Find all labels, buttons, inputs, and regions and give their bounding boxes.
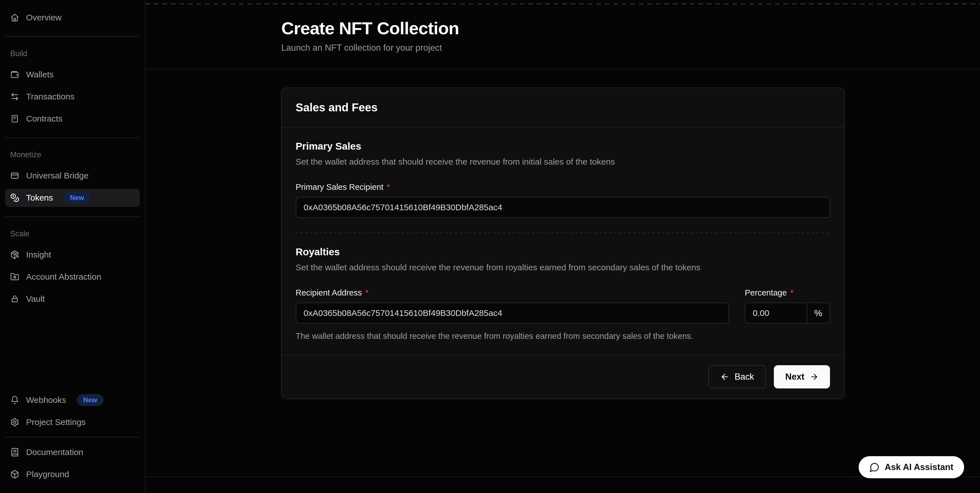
sidebar-divider [5, 216, 140, 217]
sidebar-item-tokens[interactable]: Tokens New [5, 189, 140, 207]
sidebar-item-universal-bridge[interactable]: Universal Bridge [5, 166, 140, 185]
required-asterisk: * [365, 288, 368, 298]
sidebar-item-project-settings[interactable]: Project Settings [5, 413, 140, 431]
royalties-heading: Royalties [296, 246, 830, 258]
page-subtitle: Launch an NFT collection for your projec… [281, 43, 980, 53]
sidebar-item-label: Transactions [26, 92, 75, 101]
percentage-input[interactable] [746, 303, 807, 323]
back-button[interactable]: Back [708, 365, 766, 388]
chat-bubble-icon [869, 462, 880, 472]
sidebar-item-label: Account Abstraction [26, 272, 101, 282]
required-asterisk: * [387, 182, 390, 192]
sidebar-item-label: Insight [26, 250, 51, 260]
lock-icon [10, 294, 19, 303]
royalties-section: Royalties Set the wallet address should … [282, 233, 844, 341]
percent-suffix: % [807, 303, 829, 323]
contract-icon [10, 114, 19, 123]
sidebar-section-scale: Scale [5, 230, 140, 238]
primary-sales-recipient-label: Primary Sales Recipient * [296, 182, 830, 192]
page-header: Create NFT Collection Launch an NFT coll… [145, 0, 980, 53]
sidebar-item-label: Project Settings [26, 417, 86, 427]
percentage-input-group: % [745, 303, 830, 323]
sidebar-item-wallets[interactable]: Wallets [5, 65, 140, 84]
sidebar-divider [5, 138, 140, 138]
primary-sales-recipient-input[interactable] [296, 197, 830, 218]
main-content: Create NFT Collection Launch an NFT coll… [145, 0, 980, 493]
royalties-description: Set the wallet address should receive th… [296, 263, 830, 272]
wallet-icon [10, 70, 19, 79]
sidebar-divider [5, 36, 140, 37]
arrow-right-icon [810, 372, 819, 381]
sidebar-item-insight[interactable]: Insight [5, 246, 140, 264]
next-button[interactable]: Next [774, 365, 830, 388]
sidebar-divider [5, 437, 140, 438]
card-footer: Back Next [282, 355, 844, 399]
sidebar-item-playground[interactable]: Playground [5, 465, 140, 483]
sidebar-item-label: Tokens [26, 193, 53, 203]
transactions-icon [10, 92, 19, 101]
page-title: Create NFT Collection [281, 18, 980, 38]
royalties-fields-row: Recipient Address * Percentage * % [296, 272, 830, 323]
sidebar-item-vault[interactable]: Vault [5, 290, 140, 308]
sidebar-item-documentation[interactable]: Documentation [5, 443, 140, 461]
sidebar-item-webhooks[interactable]: Webhooks New [5, 391, 140, 409]
sidebar-item-label: Documentation [26, 447, 83, 457]
sidebar-item-label: Playground [26, 469, 69, 479]
bridge-card-icon [10, 171, 19, 180]
folder-shield-icon [10, 272, 19, 281]
sidebar: Overview Build Wallets Transactions Cont… [0, 0, 145, 493]
percentage-label: Percentage * [745, 288, 830, 298]
sidebar-bottom-group: Webhooks New Project Settings Documentat… [5, 391, 140, 487]
sidebar-item-transactions[interactable]: Transactions [5, 87, 140, 106]
arrow-left-icon [720, 372, 729, 381]
top-dashed-border [145, 3, 980, 4]
primary-sales-heading: Primary Sales [296, 141, 830, 152]
sidebar-item-label: Contracts [26, 114, 62, 124]
cube-icon [10, 470, 19, 479]
home-icon [10, 13, 19, 22]
sales-and-fees-card: Sales and Fees Primary Sales Set the wal… [281, 87, 845, 399]
sidebar-item-label: Webhooks [26, 395, 66, 405]
required-asterisk: * [790, 288, 794, 298]
royalties-helper-text: The wallet address that should receive t… [296, 331, 830, 341]
recipient-address-input[interactable] [296, 303, 729, 323]
recipient-address-field: Recipient Address * [296, 272, 729, 323]
sidebar-item-account-abstraction[interactable]: Account Abstraction [5, 268, 140, 286]
sidebar-section-monetize: Monetize [5, 151, 140, 159]
gear-icon [10, 418, 19, 427]
percentage-field: Percentage * % [745, 272, 830, 323]
primary-sales-description: Set the wallet address that should recei… [296, 157, 830, 166]
bottom-divider [145, 477, 980, 477]
sidebar-item-contracts[interactable]: Contracts [5, 109, 140, 128]
recipient-address-label: Recipient Address * [296, 288, 729, 298]
book-icon [10, 448, 19, 457]
sidebar-item-label: Wallets [26, 70, 54, 79]
sidebar-item-label: Overview [26, 13, 62, 22]
sidebar-item-label: Vault [26, 294, 45, 304]
coins-icon [10, 193, 19, 202]
primary-sales-section: Primary Sales Set the wallet address tha… [282, 127, 844, 218]
new-badge: New [64, 192, 90, 204]
sidebar-item-label: Universal Bridge [26, 171, 89, 181]
sidebar-item-overview[interactable]: Overview [5, 8, 140, 27]
new-badge: New [77, 394, 103, 406]
content-area: Sales and Fees Primary Sales Set the wal… [145, 70, 980, 399]
ask-ai-assistant-button[interactable]: Ask AI Assistant [859, 456, 964, 478]
package-search-icon [10, 250, 19, 259]
sidebar-section-build: Build [5, 49, 140, 58]
card-title: Sales and Fees [282, 88, 844, 127]
bell-icon [10, 396, 19, 404]
